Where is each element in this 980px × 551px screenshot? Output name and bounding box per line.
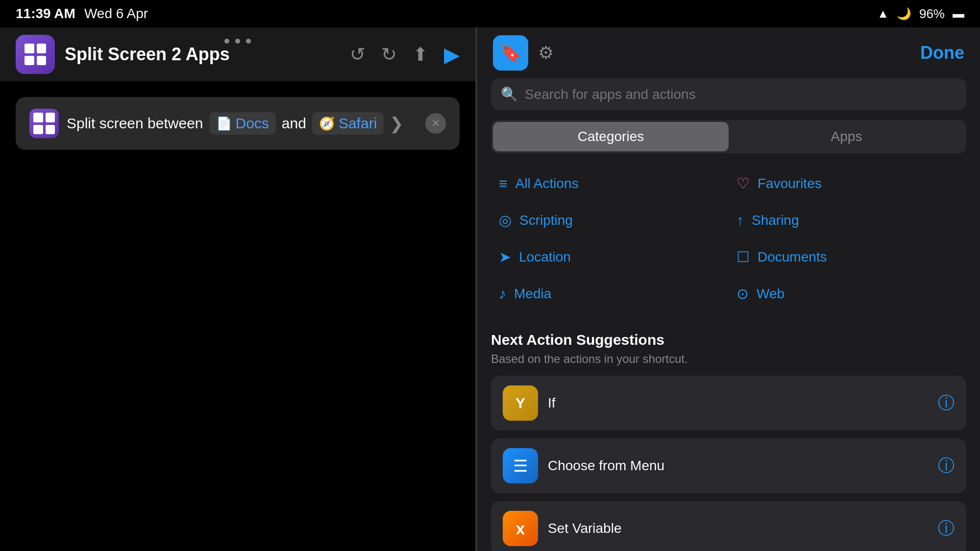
category-location[interactable]: ➤ Location [491,239,729,275]
next-actions-section: Next Action Suggestions Based on the act… [477,332,980,551]
next-actions-title: Next Action Suggestions [491,332,966,348]
all-actions-label: All Actions [515,176,579,192]
status-date: Wed 6 Apr [84,6,148,22]
a-dot-1 [33,113,43,122]
top-dots-menu [0,27,475,55]
done-button[interactable]: Done [920,43,964,63]
set-variable-icon-wrap: x [503,511,538,546]
category-favourites[interactable]: ♡ Favourites [729,165,966,202]
bookmark-plus-icon: 🔖 [500,43,522,63]
status-left: 11:39 AM Wed 6 Apr [16,6,148,22]
media-label: Media [514,286,551,302]
battery-icon: ▬ [953,7,964,21]
media-icon: ♪ [499,286,506,302]
location-label: Location [519,249,571,265]
category-web[interactable]: ⊙ Web [729,275,966,312]
docs-icon: 📄 [216,116,232,131]
if-info-button[interactable]: ⓘ [938,392,955,414]
choose-menu-info-button[interactable]: ⓘ [938,455,955,477]
if-icon: Y [515,395,525,411]
a-dot-3 [33,125,43,135]
location-icon: ➤ [499,248,511,265]
connector-text: and [282,115,306,132]
status-bar: 11:39 AM Wed 6 Apr ▲ 🌙 96% ▬ [0,0,980,27]
dot-2 [235,39,240,44]
filter-button[interactable]: ⚙ [538,43,554,63]
search-bar: 🔍 [491,78,966,110]
add-to-favorites-button[interactable]: 🔖 [493,35,528,71]
category-documents[interactable]: ☐ Documents [729,239,966,275]
web-icon: ⊙ [736,285,749,302]
choose-menu-icon: ☰ [513,456,528,476]
moon-icon: 🌙 [897,7,911,21]
icon-dot-3 [24,56,34,66]
suggestion-if[interactable]: Y If ⓘ [491,376,966,431]
favourites-label: Favourites [758,176,822,192]
category-media[interactable]: ♪ Media [491,275,729,312]
tab-categories[interactable]: Categories [493,122,729,151]
tabs-container: Categories Apps [491,120,966,153]
choose-menu-icon-wrap: ☰ [503,448,538,483]
set-variable-icon: x [516,519,525,538]
if-icon-wrap: Y [503,385,538,421]
action-block: Split screen between 📄 Docs and 🧭 Safari… [16,97,460,150]
action-icon-grid [33,113,55,134]
app2-name: Safari [339,115,377,132]
suggestion-choose-from-menu[interactable]: ☰ Choose from Menu ⓘ [491,438,966,493]
action-block-icon [29,109,59,138]
action-arrow-icon[interactable]: ❯ [390,114,403,133]
favourites-icon: ♡ [736,175,750,192]
safari-icon: 🧭 [319,116,335,131]
sharing-label: Sharing [752,213,799,228]
if-label: If [548,395,928,411]
documents-label: Documents [758,249,827,265]
choose-menu-label: Choose from Menu [548,458,928,474]
left-panel: Split Screen 2 Apps ↺ ↻ ⬆ ▶ [0,27,475,551]
a-dot-2 [46,113,55,122]
category-scripting[interactable]: ◎ Scripting [491,202,729,239]
category-all-actions[interactable]: ≡ All Actions [491,165,729,202]
status-time: 11:39 AM [16,6,75,22]
a-dot-4 [46,125,55,135]
scripting-icon: ◎ [499,212,512,229]
app2-chip[interactable]: 🧭 Safari [312,112,384,135]
right-panel: 🔖 ⚙ Done 🔍 Categories Apps ≡ [477,27,980,551]
dot-1 [224,39,229,44]
search-input[interactable] [525,87,956,102]
tab-apps[interactable]: Apps [729,122,964,151]
icon-dot-4 [37,56,47,66]
right-header-icons: 🔖 ⚙ [493,35,554,71]
status-right: ▲ 🌙 96% ▬ [877,6,964,22]
battery-indicator: 96% [919,6,945,22]
sharing-icon: ↑ [736,212,744,229]
app1-name: Docs [236,115,269,132]
action-description: Split screen between [67,115,203,132]
wifi-icon: ▲ [877,7,889,21]
search-icon: 🔍 [501,86,518,102]
set-variable-info-button[interactable]: ⓘ [938,517,955,540]
documents-icon: ☐ [736,248,750,265]
left-content: Split screen between 📄 Docs and 🧭 Safari… [0,81,475,551]
action-close-button[interactable]: ✕ [425,113,446,134]
app1-chip[interactable]: 📄 Docs [209,112,276,135]
action-text: Split screen between 📄 Docs and 🧭 Safari… [67,112,417,135]
right-header: 🔖 ⚙ Done [477,27,980,78]
all-actions-icon: ≡ [499,175,508,192]
search-container: 🔍 [477,78,980,120]
dot-3 [246,39,251,44]
main-area: Split Screen 2 Apps ↺ ↻ ⬆ ▶ [0,27,980,551]
set-variable-label: Set Variable [548,521,928,536]
suggestion-set-variable[interactable]: x Set Variable ⓘ [491,501,966,551]
categories-grid: ≡ All Actions ♡ Favourites ◎ Scripting ↑… [477,165,980,312]
category-sharing[interactable]: ↑ Sharing [729,202,966,239]
left-header-wrapper: Split Screen 2 Apps ↺ ↻ ⬆ ▶ [0,27,475,81]
next-actions-subtitle: Based on the actions in your shortcut. [491,352,966,366]
scripting-label: Scripting [519,213,573,228]
web-label: Web [757,286,784,302]
